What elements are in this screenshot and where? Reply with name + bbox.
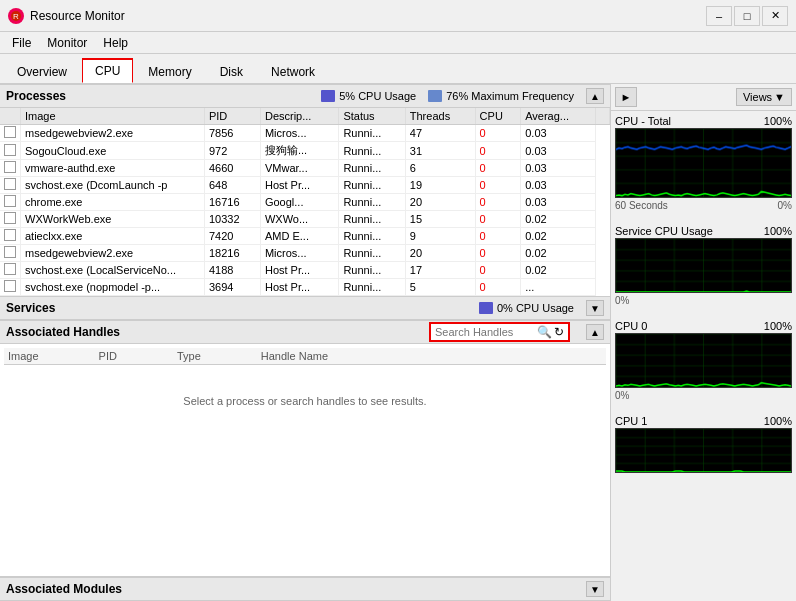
main-container: Processes 5% CPU Usage 76% Maximum Frequ…: [0, 84, 796, 601]
app-icon: R: [8, 8, 24, 24]
processes-table-container: Image PID Descrip... Status Threads CPU …: [0, 108, 610, 296]
cell-desc: Host Pr...: [260, 279, 338, 296]
cell-avg: 0.02: [521, 228, 596, 245]
services-collapse-btn[interactable]: ▼: [586, 300, 604, 316]
services-badge-icon: [479, 302, 493, 314]
search-handles-input[interactable]: [435, 326, 535, 338]
minimize-button[interactable]: –: [706, 6, 732, 26]
handles-header[interactable]: Associated Handles 🔍 ↻ ▲: [0, 320, 610, 344]
cell-avg: 0.03: [521, 160, 596, 177]
col-status[interactable]: Status: [339, 108, 405, 125]
row-checkbox-5[interactable]: [4, 212, 16, 224]
row-checkbox-7[interactable]: [4, 246, 16, 258]
table-row[interactable]: vmware-authd.exe 4660 VMwar... Runni... …: [0, 160, 610, 177]
close-button[interactable]: ✕: [762, 6, 788, 26]
nav-back-button[interactable]: ►: [615, 87, 637, 107]
table-row[interactable]: svchost.exe (LocalServiceNo... 4188 Host…: [0, 262, 610, 279]
tab-memory[interactable]: Memory: [135, 60, 204, 83]
row-checkbox-9[interactable]: [4, 280, 16, 292]
handles-col-name: Handle Name: [261, 350, 328, 362]
cell-desc: 搜狗输...: [260, 142, 338, 160]
cell-image: atieclxx.exe: [21, 228, 205, 245]
processes-collapse-btn[interactable]: ▲: [586, 88, 604, 104]
tab-disk[interactable]: Disk: [207, 60, 256, 83]
cell-status: Runni...: [339, 245, 405, 262]
cell-pid: 972: [204, 142, 260, 160]
search-icon[interactable]: 🔍: [537, 325, 552, 339]
cell-status: Runni...: [339, 125, 405, 142]
row-checkbox-3[interactable]: [4, 178, 16, 190]
col-pid[interactable]: PID: [204, 108, 260, 125]
table-row[interactable]: svchost.exe (DcomLaunch -p 648 Host Pr..…: [0, 177, 610, 194]
modules-label: Associated Modules: [6, 582, 122, 596]
table-row[interactable]: svchost.exe (nopmodel -p... 3694 Host Pr…: [0, 279, 610, 296]
cell-status: Runni...: [339, 160, 405, 177]
handles-column-headers: Image PID Type Handle Name: [4, 348, 606, 365]
right-panel: ► Views ▼ CPU - Total 100% 60 Seconds 0%: [611, 84, 796, 601]
cell-threads: 5: [405, 279, 475, 296]
cell-desc: Micros...: [260, 245, 338, 262]
search-handles-box[interactable]: 🔍 ↻: [429, 322, 570, 342]
cpu-total-graph-section: CPU - Total 100% 60 Seconds 0%: [611, 111, 796, 221]
modules-collapse-btn[interactable]: ▼: [586, 581, 604, 597]
table-row[interactable]: msedgewebview2.exe 18216 Micros... Runni…: [0, 245, 610, 262]
cell-desc: VMwar...: [260, 160, 338, 177]
services-header[interactable]: Services 0% CPU Usage ▼: [0, 296, 610, 320]
menu-bar: File Monitor Help: [0, 32, 796, 54]
processes-section: Processes 5% CPU Usage 76% Maximum Frequ…: [0, 84, 610, 296]
modules-section: Associated Modules ▼: [0, 576, 610, 601]
handles-collapse-btn[interactable]: ▲: [586, 324, 604, 340]
tab-cpu[interactable]: CPU: [82, 58, 133, 83]
freq-text: 76% Maximum Frequency: [446, 90, 574, 102]
row-checkbox-4[interactable]: [4, 195, 16, 207]
cpu-total-canvas: [616, 129, 791, 197]
cell-desc: AMD E...: [260, 228, 338, 245]
col-desc[interactable]: Descrip...: [260, 108, 338, 125]
cpu-usage-badge: 5% CPU Usage: [321, 90, 416, 102]
row-checkbox-6[interactable]: [4, 229, 16, 241]
cell-pid: 10332: [204, 211, 260, 228]
col-image[interactable]: Image: [21, 108, 205, 125]
row-checkbox-8[interactable]: [4, 263, 16, 275]
col-check[interactable]: [0, 108, 21, 125]
cell-image: chrome.exe: [21, 194, 205, 211]
refresh-icon[interactable]: ↻: [554, 325, 564, 339]
cpu1-canvas: [616, 429, 791, 472]
processes-header[interactable]: Processes 5% CPU Usage 76% Maximum Frequ…: [0, 84, 610, 108]
tab-network[interactable]: Network: [258, 60, 328, 83]
views-button[interactable]: Views ▼: [736, 88, 792, 106]
tab-bar: Overview CPU Memory Disk Network: [0, 54, 796, 84]
cpu-badge-icon: [321, 90, 335, 102]
menu-monitor[interactable]: Monitor: [39, 34, 95, 52]
window-controls[interactable]: – □ ✕: [706, 6, 788, 26]
modules-header[interactable]: Associated Modules ▼: [0, 577, 610, 601]
cpu1-label-row: CPU 1 100%: [615, 415, 792, 427]
col-cpu[interactable]: CPU: [475, 108, 521, 125]
tab-overview[interactable]: Overview: [4, 60, 80, 83]
cell-cpu: 0: [475, 228, 521, 245]
menu-help[interactable]: Help: [95, 34, 136, 52]
cpu0-label-row: CPU 0 100%: [615, 320, 792, 332]
service-cpu-label-row: Service CPU Usage 100%: [615, 225, 792, 237]
maximize-button[interactable]: □: [734, 6, 760, 26]
cell-pid: 16716: [204, 194, 260, 211]
table-row[interactable]: atieclxx.exe 7420 AMD E... Runni... 9 0 …: [0, 228, 610, 245]
freq-badge: 76% Maximum Frequency: [428, 90, 574, 102]
col-avg[interactable]: Averag...: [521, 108, 596, 125]
cpu-total-max: 100%: [764, 115, 792, 127]
table-row[interactable]: SogouCloud.exe 972 搜狗输... Runni... 31 0 …: [0, 142, 610, 160]
col-threads[interactable]: Threads: [405, 108, 475, 125]
cell-cpu: 0: [475, 142, 521, 160]
table-row[interactable]: WXWorkWeb.exe 10332 WXWo... Runni... 15 …: [0, 211, 610, 228]
table-row[interactable]: chrome.exe 16716 Googl... Runni... 20 0 …: [0, 194, 610, 211]
row-checkbox-0[interactable]: [4, 126, 16, 138]
cell-desc: Host Pr...: [260, 177, 338, 194]
cpu0-max: 100%: [764, 320, 792, 332]
cpu1-max: 100%: [764, 415, 792, 427]
table-row[interactable]: msedgewebview2.exe 7856 Micros... Runni.…: [0, 125, 610, 142]
row-checkbox-1[interactable]: [4, 144, 16, 156]
cell-image: svchost.exe (DcomLaunch -p: [21, 177, 205, 194]
menu-file[interactable]: File: [4, 34, 39, 52]
row-checkbox-2[interactable]: [4, 161, 16, 173]
service-cpu-graph: [615, 238, 792, 293]
